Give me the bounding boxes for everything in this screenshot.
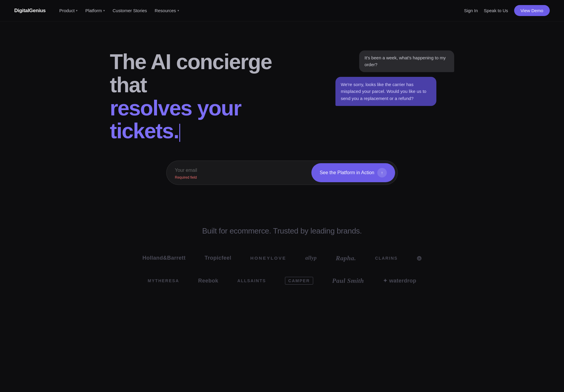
hero-text: The AI concierge that resolves your tick… <box>110 39 294 143</box>
brand-tropicfeel: Tropicfeel <box>205 255 231 261</box>
speak-link[interactable]: Speak to Us <box>484 8 508 13</box>
brands-row-1: Holland&Barrett Tropicfeel HONEYLOVE all… <box>0 253 564 263</box>
nav-customer-stories[interactable]: Customer Stories <box>110 6 150 15</box>
signin-link[interactable]: Sign In <box>464 8 478 13</box>
chevron-down-icon: ▾ <box>76 9 77 12</box>
chevron-down-icon: ▾ <box>178 9 179 12</box>
navbar: DigitalGenius Product ▾ Platform ▾ Custo… <box>0 0 564 21</box>
nav-resources[interactable]: Resources ▾ <box>152 6 182 15</box>
nav-right: Sign In Speak to Us View Demo <box>464 5 550 16</box>
brand-allyp: allyp <box>305 255 317 261</box>
brand-camper: CAMPER <box>285 277 313 285</box>
cursor-blink <box>179 124 180 142</box>
nav-left: DigitalGenius Product ▾ Platform ▾ Custo… <box>14 6 182 15</box>
brand-holland-barrett: Holland&Barrett <box>142 255 186 261</box>
nav-links: Product ▾ Platform ▾ Customer Stories Re… <box>56 6 182 15</box>
brand-rapha: Rapha. <box>336 254 356 262</box>
brands-tagline: Built for ecommerce. Trusted by leading … <box>0 226 564 236</box>
hero-content: The AI concierge that resolves your tick… <box>74 39 490 143</box>
ai-chat-bubble: We're sorry, looks like the carrier has … <box>335 77 436 106</box>
hero-title: The AI concierge that resolves your tick… <box>110 50 294 143</box>
email-input[interactable] <box>175 166 311 175</box>
brand-honeylove: HONEYLOVE <box>250 255 286 261</box>
user-chat-bubble: It's been a week, what's happening to my… <box>359 50 454 72</box>
email-form: Required field See the Platform in Actio… <box>166 161 398 185</box>
brand-paul-smith: Paul Smith <box>332 277 364 285</box>
chat-bubbles: It's been a week, what's happening to my… <box>335 50 454 106</box>
brand-loop: ⌾ <box>417 253 422 263</box>
email-input-area: Required field <box>175 166 311 180</box>
nav-product[interactable]: Product ▾ <box>56 6 81 15</box>
brand-allsaints: ALLSAINTS <box>237 278 266 283</box>
brand-waterdrop: ✦ waterdrop <box>383 277 416 284</box>
required-field-text: Required field <box>175 175 311 180</box>
chevron-down-icon: ▾ <box>103 9 105 12</box>
brands-row-2: MYTHERESA Reebok ALLSAINTS CAMPER Paul S… <box>0 277 564 285</box>
cta-button[interactable]: See the Platform in Action ↑ <box>311 163 395 182</box>
brand-mytheresa: MYTHERESA <box>148 278 179 283</box>
hero-section: The AI concierge that resolves your tick… <box>0 0 564 209</box>
logo[interactable]: DigitalGenius <box>14 8 46 14</box>
brand-reebok: Reebok <box>198 278 218 284</box>
nav-platform[interactable]: Platform ▾ <box>82 6 108 15</box>
view-demo-button[interactable]: View Demo <box>514 5 550 16</box>
hero-title-accent: resolves your tickets. <box>110 96 241 143</box>
arrow-up-icon: ↑ <box>377 168 387 177</box>
email-section: Required field See the Platform in Actio… <box>0 161 564 185</box>
brand-clarins: CLARINS <box>375 256 397 261</box>
brands-section: Built for ecommerce. Trusted by leading … <box>0 209 564 323</box>
